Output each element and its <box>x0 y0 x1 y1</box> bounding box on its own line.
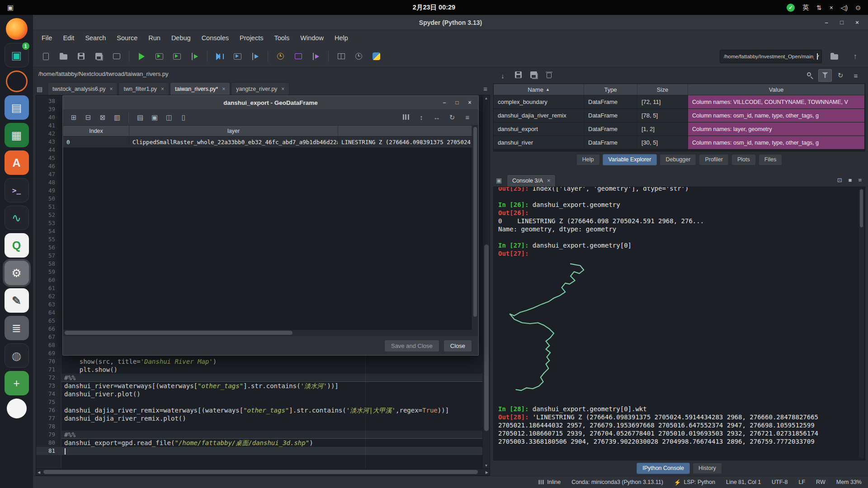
variable-value-cell[interactable]: Column names: layer, geometry <box>688 122 865 136</box>
scroll-down-icon[interactable]: ▼ <box>483 464 490 468</box>
save-button[interactable] <box>73 48 90 65</box>
import-data-icon[interactable]: ↓ <box>501 72 505 80</box>
browse-directory-button[interactable] <box>826 48 843 65</box>
firefox-icon[interactable] <box>6 18 28 40</box>
working-directory-combo[interactable]: /home/fattabby/Investment_Open/main_indi… <box>720 50 822 63</box>
variable-type-cell[interactable]: DataFrame <box>584 95 637 108</box>
menu-consoles[interactable]: Consoles <box>197 33 234 43</box>
qgis-icon[interactable]: Q <box>5 233 29 258</box>
maximize-button[interactable]: □ <box>835 17 849 28</box>
scroll-left-icon[interactable]: ◀ <box>38 469 40 475</box>
scrollbar-thumb[interactable] <box>65 331 292 335</box>
refresh-button[interactable]: ↻ <box>446 111 458 124</box>
resize-rows-button[interactable]: ↕ <box>415 111 428 124</box>
close-icon[interactable]: × <box>222 86 225 92</box>
scroll-right-icon[interactable]: ▶ <box>486 469 488 475</box>
system-monitor-icon[interactable]: ∿ <box>5 206 29 230</box>
scrollbar-thumb[interactable] <box>473 127 477 317</box>
database-icon[interactable]: ≣ <box>5 316 29 340</box>
window-titlebar[interactable]: Spyder (Python 3.13) –□× <box>33 15 868 30</box>
resize-columns-icon[interactable]: ↔ <box>434 113 440 121</box>
tab-debugger[interactable]: Debugger <box>660 154 696 165</box>
menu-window[interactable]: Window <box>295 33 329 43</box>
variable-type-cell[interactable]: DataFrame <box>584 136 637 149</box>
editor-tab[interactable]: yangtze_river.py× <box>231 82 289 95</box>
debug-cell-button[interactable] <box>229 48 246 65</box>
variable-name-cell[interactable]: danshui_export <box>494 122 584 136</box>
variable-size-cell[interactable]: [72, 11] <box>637 95 688 108</box>
insert-row-below-button[interactable]: ⊟ <box>82 111 94 124</box>
settings-icon[interactable]: ⚙ <box>5 261 29 285</box>
column-header-index[interactable]: Index <box>63 126 129 136</box>
volume-icon[interactable]: ◁) <box>841 4 848 11</box>
interrupt-kernel-button[interactable]: ■ <box>849 177 852 183</box>
save-and-close-button[interactable]: Save and Close <box>384 340 439 352</box>
screencast-icon[interactable]: × <box>830 4 833 11</box>
editor-tab[interactable]: taiwan_rivers.py*× <box>170 82 230 95</box>
table-row[interactable]: 0 ClippedSmallRaster_whole_22a33bb0_eb32… <box>63 136 472 148</box>
scrollbar-thumb[interactable] <box>860 189 863 227</box>
variable-value-cell[interactable]: Column names: osm_id, name, type, other_… <box>688 109 865 122</box>
package-manager-icon[interactable]: + <box>5 371 29 395</box>
new-file-button[interactable] <box>38 48 54 65</box>
browse-tabs-icon[interactable]: ▤ <box>37 85 42 93</box>
maximize-pane-button[interactable]: ⊡ <box>837 177 842 183</box>
import-data-button[interactable]: ↓ <box>496 69 509 82</box>
tab-plots[interactable]: Plots <box>731 154 756 165</box>
accessibility-icon[interactable]: ⇅ <box>816 4 822 11</box>
remove-col-button[interactable]: ▯ <box>177 111 190 124</box>
libreoffice-calc-icon[interactable]: ▦ <box>5 123 29 147</box>
editor-body[interactable]: 3839404142434445464748495051525354555657… <box>36 95 490 469</box>
tab-variable-explorer[interactable]: Variable Explorer <box>603 154 657 165</box>
eol-status[interactable]: LF <box>799 479 806 485</box>
run-file-button[interactable] <box>133 48 150 65</box>
console-tab[interactable]: Console 3/A × <box>507 174 556 187</box>
save-data-icon[interactable] <box>515 71 522 80</box>
run-cell-button[interactable] <box>151 48 168 65</box>
scrollbar-thumb[interactable] <box>484 244 489 431</box>
input-method-indicator[interactable]: 英 <box>802 4 809 12</box>
scrollbar-thumb[interactable] <box>43 470 478 474</box>
save-all-button[interactable] <box>90 48 107 65</box>
duplicate-col-icon[interactable]: ◫ <box>166 113 172 122</box>
dialog-horizontal-scrollbar[interactable] <box>63 330 478 336</box>
interpreter-status[interactable]: Conda: miniconda3 (Python 3.13.11) <box>571 479 663 485</box>
memory-status[interactable]: Mem 33% <box>836 479 862 485</box>
tab-files[interactable]: Files <box>759 154 782 165</box>
console-pane-icon[interactable]: ▣ <box>496 177 502 184</box>
row-index-cell[interactable]: 0 <box>63 136 129 147</box>
column-header-size[interactable]: Size <box>637 84 688 95</box>
debug-selection-button[interactable] <box>247 48 264 65</box>
variable-value-cell[interactable]: Column names: VILLCODE, COUNTYNAME, TOWN… <box>688 95 865 108</box>
options-menu-icon[interactable]: ≡ <box>466 113 470 121</box>
maximize-button[interactable]: □ <box>451 98 463 108</box>
remove-col-icon[interactable]: ▯ <box>182 113 185 122</box>
pythonpath-button[interactable] <box>368 48 385 65</box>
permissions-status[interactable]: RW <box>816 479 826 485</box>
duplicate-col-button[interactable]: ◫ <box>163 111 175 124</box>
variable-row[interactable]: danshui_dajia_river_remixDataFrame[78, 5… <box>494 109 865 122</box>
scroll-up-icon[interactable]: ▲ <box>483 96 490 100</box>
close-button[interactable]: × <box>850 17 864 28</box>
tab-help[interactable]: Help <box>576 154 600 165</box>
remove-variable-icon[interactable] <box>547 71 552 80</box>
variable-value-cell[interactable]: Column names: osm_id, name, type, other_… <box>688 136 865 149</box>
parent-directory-button[interactable]: ↑ <box>847 48 863 65</box>
open-file-button[interactable] <box>55 48 72 65</box>
save-data-as-button[interactable] <box>527 69 540 82</box>
remove-row-button[interactable]: ⊠ <box>96 111 109 124</box>
duplicate-row-button[interactable]: ▣ <box>148 111 161 124</box>
variable-row[interactable]: danshui_exportDataFrame[1, 2]Column name… <box>494 122 865 136</box>
menu-help[interactable]: Help <box>330 33 353 43</box>
variable-name-cell[interactable]: danshui_dajia_river_remix <box>494 109 584 122</box>
resize-rows-icon[interactable]: ↕ <box>420 113 423 121</box>
refresh-icon[interactable]: ↻ <box>449 113 455 122</box>
encoding-status[interactable]: UTF-8 <box>772 479 788 485</box>
text-editor-icon[interactable]: ✎ <box>5 288 29 313</box>
resize-columns-button[interactable]: ↔ <box>430 111 443 124</box>
column-header-type[interactable]: Type <box>584 84 637 95</box>
code-analysis-button[interactable] <box>290 48 307 65</box>
variable-size-cell[interactable]: [1, 2] <box>637 122 688 136</box>
histogram-icon[interactable] <box>403 113 409 121</box>
menu-search[interactable]: Search <box>80 33 111 43</box>
